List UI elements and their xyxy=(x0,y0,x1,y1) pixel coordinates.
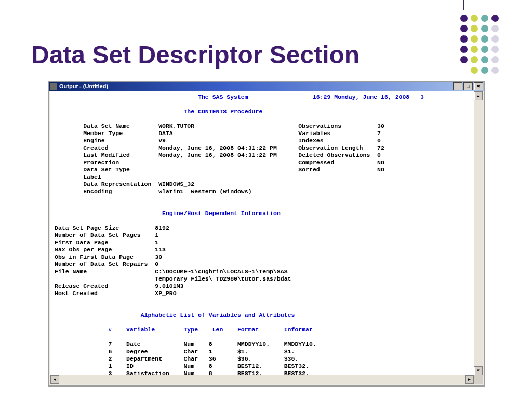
sas-output-text: The SAS System 16:29 Monday, June 16, 20… xyxy=(50,91,483,384)
app-icon xyxy=(50,83,57,90)
window-title: Output - (Untitled) xyxy=(59,83,108,89)
close-button[interactable]: ✕ xyxy=(474,82,483,90)
maximize-button[interactable]: □ xyxy=(463,82,473,90)
titlebar[interactable]: Output - (Untitled) _ □ ✕ xyxy=(49,82,484,91)
horizontal-scrollbar[interactable]: ◄ ► xyxy=(50,375,474,384)
scroll-right-button[interactable]: ► xyxy=(465,375,474,384)
output-content: The SAS System 16:29 Monday, June 16, 20… xyxy=(50,91,483,384)
minimize-button[interactable]: _ xyxy=(453,82,462,90)
decor-dots xyxy=(459,0,522,88)
scroll-up-button[interactable]: ▲ xyxy=(474,91,483,100)
vertical-scrollbar[interactable]: ▲ ▼ xyxy=(474,91,483,375)
scrollbar-corner xyxy=(474,375,483,384)
scroll-left-button[interactable]: ◄ xyxy=(50,375,59,384)
output-window: Output - (Untitled) _ □ ✕ The SAS System… xyxy=(48,81,485,387)
slide-title: Data Set Descriptor Section xyxy=(31,41,360,69)
scroll-down-button[interactable]: ▼ xyxy=(474,366,483,375)
